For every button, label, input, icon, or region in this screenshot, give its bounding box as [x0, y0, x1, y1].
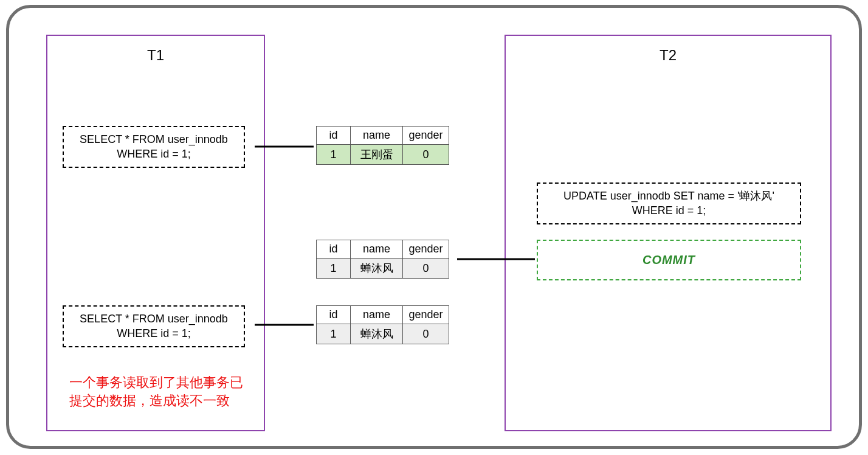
- svg-rect-3: [506, 36, 830, 430]
- sql-line: WHERE id = 1;: [67, 147, 240, 161]
- result-table-2: id name gender 1 蝉沐风 0: [316, 240, 449, 279]
- t1-title: T1: [139, 47, 173, 64]
- th-id: id: [317, 127, 351, 145]
- result-table-3: id name gender 1 蝉沐风 0: [316, 305, 449, 344]
- sql-line: UPDATE user_innodb SET name = '蝉沐风': [542, 189, 796, 203]
- arrow-table3-to-select2: [245, 316, 316, 334]
- sql-line: SELECT * FROM user_innodb: [67, 311, 240, 326]
- th-id: id: [317, 306, 351, 324]
- sql-commit: COMMIT: [537, 240, 801, 280]
- th-gender: gender: [403, 240, 449, 259]
- t2-title: T2: [651, 47, 685, 64]
- sql-select-1: SELECT * FROM user_innodb WHERE id = 1;: [63, 126, 245, 168]
- table-row: 1 王刚蛋 0: [317, 145, 449, 165]
- annotation-line: 提交的数据，造成读不一致: [69, 392, 264, 410]
- table-row: 1 蝉沐风 0: [317, 324, 449, 344]
- th-name: name: [351, 240, 403, 259]
- th-name: name: [351, 127, 403, 145]
- sql-line: WHERE id = 1;: [542, 203, 796, 218]
- annotation-line: 一个事务读取到了其他事务已: [69, 373, 264, 392]
- svg-rect-2: [47, 36, 264, 430]
- diagram-root: T1 T2 SELECT * FROM user_innodb WHERE id…: [0, 0, 868, 455]
- sql-select-2: SELECT * FROM user_innodb WHERE id = 1;: [63, 305, 245, 347]
- table-row: 1 蝉沐风 0: [317, 259, 449, 279]
- sql-line: WHERE id = 1;: [67, 326, 240, 341]
- th-gender: gender: [403, 306, 449, 324]
- arrow-table1-to-select1: [245, 137, 316, 156]
- result-table-1: id name gender 1 王刚蛋 0: [316, 126, 449, 165]
- outer-border: T1 T2 SELECT * FROM user_innodb WHERE id…: [6, 5, 862, 449]
- sql-update: UPDATE user_innodb SET name = '蝉沐风' WHER…: [537, 182, 801, 224]
- th-name: name: [351, 306, 403, 324]
- transaction-t2-panel: T2: [505, 35, 832, 431]
- th-id: id: [317, 240, 351, 259]
- commit-label: COMMIT: [538, 241, 800, 279]
- arrow-commit-to-table2: [447, 250, 537, 268]
- annotation-text: 一个事务读取到了其他事务已 提交的数据，造成读不一致: [69, 373, 264, 409]
- transaction-t1-panel: T1: [46, 35, 265, 431]
- th-gender: gender: [403, 127, 449, 145]
- sql-line: SELECT * FROM user_innodb: [67, 132, 240, 147]
